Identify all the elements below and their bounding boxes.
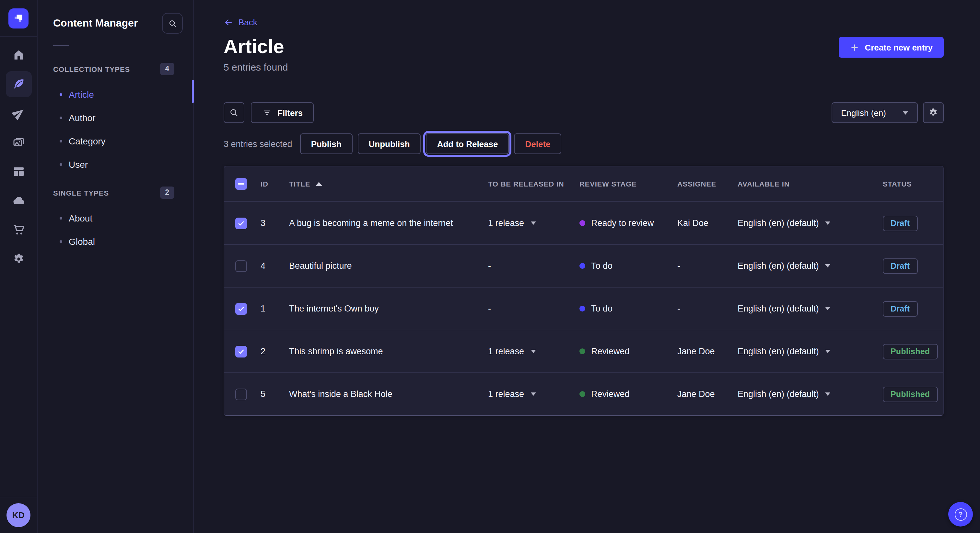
publish-button[interactable]: Publish xyxy=(300,133,353,154)
user-avatar[interactable]: KD xyxy=(6,503,30,527)
column-header-id[interactable]: ID xyxy=(253,180,289,187)
main-nav-rail: KD xyxy=(0,0,38,533)
delete-button[interactable]: Delete xyxy=(514,133,561,154)
cell-review-stage: Reviewed xyxy=(579,346,677,356)
cell-available-in-dropdown[interactable]: English (en) (default) xyxy=(738,261,883,271)
status-badge: Draft xyxy=(883,301,918,316)
stage-dot xyxy=(579,348,585,354)
cell-assignee: Jane Doe xyxy=(677,389,738,399)
cell-release-dropdown[interactable]: 1 release xyxy=(488,218,579,228)
cell-title: This shrimp is awesome xyxy=(289,346,488,356)
chevron-down-icon xyxy=(826,307,830,310)
chevron-down-icon xyxy=(826,392,830,396)
sidebar-item-label: Author xyxy=(69,113,95,123)
rail-nav xyxy=(5,37,32,272)
cell-id: 5 xyxy=(253,389,289,399)
chevron-down-icon xyxy=(826,350,830,353)
sort-ascending-icon xyxy=(315,182,322,186)
main-content: Back Article 5 entries found Create new … xyxy=(194,0,980,533)
bullet-icon xyxy=(60,163,62,166)
home-icon[interactable] xyxy=(5,42,32,68)
chevron-down-icon xyxy=(530,350,536,353)
table-row[interactable]: 3 A bug is becoming a meme on the intern… xyxy=(224,201,943,244)
table-row[interactable]: 4 Beautiful picture - To do - English (e… xyxy=(224,244,943,287)
column-header-review-stage[interactable]: REVIEW STAGE xyxy=(579,180,677,187)
media-library-icon[interactable] xyxy=(5,130,32,155)
bullet-icon xyxy=(60,140,62,143)
cell-release-dropdown[interactable]: 1 release xyxy=(488,346,579,356)
settings-gear-icon[interactable] xyxy=(5,246,32,272)
column-header-assignee[interactable]: ASSIGNEE xyxy=(677,180,738,187)
row-checkbox[interactable] xyxy=(235,388,247,400)
releases-paper-plane-icon[interactable] xyxy=(5,100,32,126)
unpublish-button[interactable]: Unpublish xyxy=(358,133,421,154)
entries-count: 5 entries found xyxy=(224,62,288,73)
back-link[interactable]: Back xyxy=(224,17,257,27)
sidebar-item-label: User xyxy=(69,159,88,170)
cloud-icon[interactable] xyxy=(5,188,32,214)
gear-icon xyxy=(928,108,939,118)
subnav-search-button[interactable] xyxy=(162,13,183,34)
filter-icon xyxy=(262,108,272,118)
cell-review-stage: To do xyxy=(579,261,677,271)
filters-button[interactable]: Filters xyxy=(251,102,314,123)
cell-release-dropdown[interactable]: 1 release xyxy=(488,389,579,399)
section-collection-types: COLLECTION TYPES 4 Article Author Catego… xyxy=(38,63,193,176)
column-header-to-be-released-in[interactable]: TO BE RELEASED IN xyxy=(488,180,579,187)
cell-available-in-dropdown[interactable]: English (en) (default) xyxy=(738,218,883,228)
table-row[interactable]: 1 The internet's Own boy - To do - Engli… xyxy=(224,287,943,330)
chevron-down-icon xyxy=(826,264,830,268)
column-header-status[interactable]: STATUS xyxy=(883,180,943,187)
cell-id: 2 xyxy=(253,346,289,356)
row-checkbox[interactable] xyxy=(235,303,247,314)
locale-select[interactable]: English (en) xyxy=(831,102,918,123)
help-button[interactable]: ? xyxy=(948,502,973,527)
plus-icon xyxy=(850,43,859,52)
column-header-title[interactable]: TITLE xyxy=(289,180,488,187)
cell-assignee: Kai Doe xyxy=(677,218,738,228)
bullet-icon xyxy=(60,217,62,219)
cell-review-stage: Ready to review xyxy=(579,218,677,228)
marketplace-cart-icon[interactable] xyxy=(5,217,32,243)
check-icon xyxy=(237,305,245,313)
stage-dot xyxy=(579,306,585,311)
question-icon: ? xyxy=(955,508,967,520)
select-all-checkbox[interactable] xyxy=(235,178,247,189)
sidebar-item-label: Article xyxy=(69,89,94,100)
row-checkbox[interactable] xyxy=(235,260,247,272)
sidebar-item-category[interactable]: Category xyxy=(38,130,193,153)
content-manager-feather-icon[interactable] xyxy=(5,71,32,97)
sidebar-item-article[interactable]: Article xyxy=(38,83,193,106)
page-header: Article 5 entries found Create new entry xyxy=(224,36,944,73)
table-row[interactable]: 5 What's inside a Black Hole 1 release R… xyxy=(224,373,943,415)
cell-assignee: Jane Doe xyxy=(677,346,738,356)
cell-available-in-dropdown[interactable]: English (en) (default) xyxy=(738,304,883,314)
content-manager-subnav: Content Manager COLLECTION TYPES 4 Artic… xyxy=(38,0,194,533)
cell-assignee: - xyxy=(677,304,738,314)
strapi-logo[interactable] xyxy=(8,8,29,28)
create-new-entry-button[interactable]: Create new entry xyxy=(839,37,944,58)
sidebar-item-about[interactable]: About xyxy=(38,206,193,230)
cell-available-in-dropdown[interactable]: English (en) (default) xyxy=(738,346,883,356)
status-badge: Published xyxy=(883,344,937,359)
cell-available-in-dropdown[interactable]: English (en) (default) xyxy=(738,389,883,399)
chevron-down-icon xyxy=(530,392,536,396)
content-type-builder-layout-icon[interactable] xyxy=(5,159,32,185)
row-checkbox[interactable] xyxy=(235,346,247,357)
list-toolbar: Filters English (en) xyxy=(224,102,944,123)
rail-bottom: KD xyxy=(0,497,37,533)
bullet-icon xyxy=(60,93,62,96)
cell-title: The internet's Own boy xyxy=(289,304,488,314)
column-header-available-in[interactable]: AVAILABLE IN xyxy=(738,180,883,187)
view-settings-button[interactable] xyxy=(923,102,944,123)
search-button[interactable] xyxy=(224,102,244,123)
sidebar-item-global[interactable]: Global xyxy=(38,230,193,253)
sidebar-item-author[interactable]: Author xyxy=(38,106,193,130)
row-checkbox[interactable] xyxy=(235,217,247,229)
table-row[interactable]: 2 This shrimp is awesome 1 release Revie… xyxy=(224,330,943,373)
sidebar-item-user[interactable]: User xyxy=(38,153,193,176)
sidebar-item-label: Category xyxy=(69,136,106,146)
search-icon xyxy=(167,19,177,28)
cell-id: 4 xyxy=(253,261,289,271)
add-to-release-button[interactable]: Add to Release xyxy=(426,133,509,154)
